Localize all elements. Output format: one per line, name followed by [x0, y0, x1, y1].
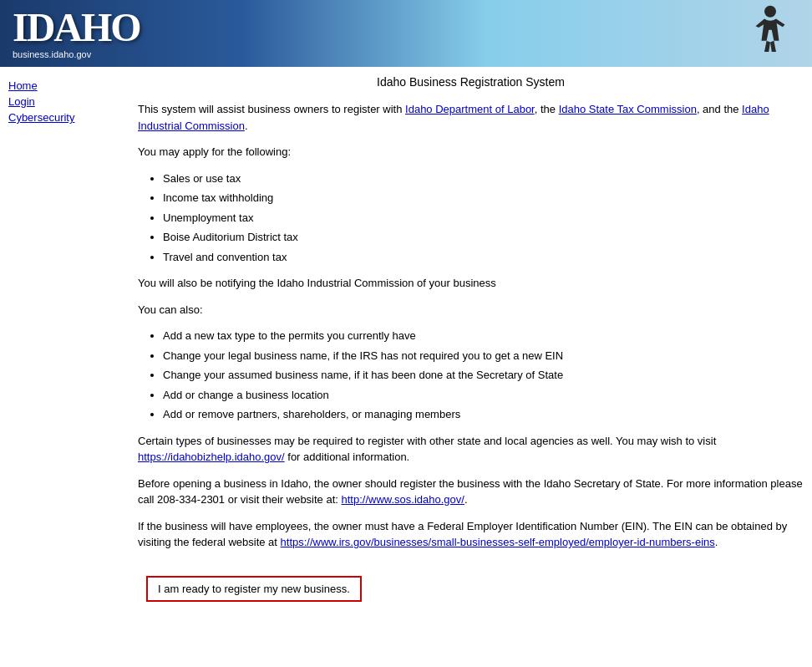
button-container: I am ready to register my new business.	[138, 568, 804, 619]
sidebar: Home Login Cybersecurity	[8, 75, 125, 619]
labor-link[interactable]: Idaho Department of Labor	[405, 103, 535, 115]
also-header: You can also:	[138, 302, 804, 318]
if-paragraph: If the business will have employees, the…	[138, 518, 804, 551]
list-item: Add a new tax type to the permits you cu…	[163, 328, 804, 344]
register-button[interactable]: I am ready to register my new business.	[146, 576, 362, 602]
sos-link[interactable]: http://www.sos.idaho.gov/	[342, 493, 464, 506]
silhouette-icon	[745, 4, 795, 63]
logo-sub: business.idaho.gov	[13, 49, 91, 59]
header-image	[153, 0, 812, 67]
tax-link[interactable]: Idaho State Tax Commission	[559, 103, 697, 115]
list-item: Change your legal business name, if the …	[163, 348, 804, 364]
list-item: Boise Auditorium District tax	[163, 229, 804, 246]
apply-header: You may apply for the following:	[138, 144, 804, 160]
intro-paragraph: This system will assist business owners …	[138, 101, 804, 134]
page-title: Idaho Business Registration System	[138, 75, 804, 89]
list-item: Add or remove partners, shareholders, or…	[163, 406, 804, 423]
idahobizhelp-link[interactable]: https://idahobizhelp.idaho.gov/	[138, 451, 285, 463]
before-paragraph: Before opening a business in Idaho, the …	[138, 476, 804, 508]
cybersecurity-link[interactable]: Cybersecurity	[8, 111, 125, 124]
idaho-logo: IDAHO business.idaho.gov	[0, 0, 153, 67]
svg-point-0	[764, 6, 776, 18]
header-banner: IDAHO business.idaho.gov	[0, 0, 812, 67]
list-item: Travel and convention tax	[163, 249, 804, 266]
list-item: Income tax withholding	[163, 190, 804, 206]
certain-paragraph: Certain types of businesses may be requi…	[138, 433, 804, 466]
main-content: Idaho Business Registration System This …	[125, 75, 804, 619]
apply-list: Sales or use tax Income tax withholding …	[163, 171, 804, 266]
login-link[interactable]: Login	[8, 95, 125, 108]
list-item: Add or change a business location	[163, 387, 804, 404]
home-link[interactable]: Home	[8, 79, 125, 92]
also-list: Add a new tax type to the permits you cu…	[163, 328, 804, 423]
notify-text: You will also be notifying the Idaho Ind…	[138, 275, 804, 292]
list-item: Unemployment tax	[163, 210, 804, 227]
irs-link[interactable]: https://www.irs.gov/businesses/small-bus…	[281, 536, 715, 548]
page-layout: Home Login Cybersecurity Idaho Business …	[0, 67, 812, 627]
list-item: Change your assumed business name, if it…	[163, 367, 804, 384]
list-item: Sales or use tax	[163, 171, 804, 187]
logo-text: IDAHO	[13, 8, 140, 48]
